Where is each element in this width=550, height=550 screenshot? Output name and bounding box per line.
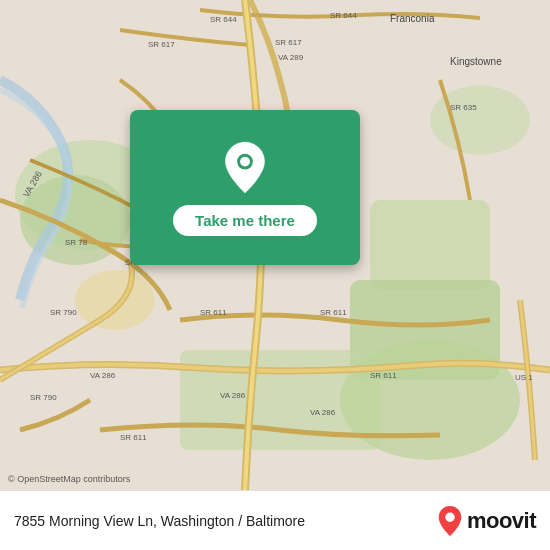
svg-text:SR 790: SR 790	[30, 393, 57, 402]
svg-text:SR 611: SR 611	[200, 308, 227, 317]
moovit-brand-text: moovit	[467, 508, 536, 534]
svg-text:SR 790: SR 790	[50, 308, 77, 317]
moovit-logo: moovit	[437, 505, 536, 537]
svg-point-6	[340, 340, 520, 460]
take-me-there-button[interactable]: Take me there	[173, 205, 317, 236]
svg-text:SR 617: SR 617	[148, 40, 175, 49]
svg-point-8	[75, 270, 155, 330]
bottom-bar: 7855 Morning View Ln, Washington / Balti…	[0, 490, 550, 550]
map-container: VA 286 SR 78 SR 78 SR 790 SR 790 SR 611 …	[0, 0, 550, 490]
map-pin-icon	[223, 140, 267, 195]
address-label: 7855 Morning View Ln, Washington / Balti…	[14, 513, 437, 529]
svg-rect-3	[370, 200, 490, 290]
moovit-pin-icon	[437, 505, 463, 537]
svg-text:VA 286: VA 286	[220, 391, 246, 400]
overlay-card: Take me there	[130, 110, 360, 265]
svg-text:SR 644: SR 644	[330, 11, 357, 20]
svg-text:US 1: US 1	[515, 373, 533, 382]
svg-text:VA 289: VA 289	[278, 53, 304, 62]
svg-text:SR 78: SR 78	[65, 238, 88, 247]
svg-text:SR 635: SR 635	[450, 103, 477, 112]
svg-text:Franconia: Franconia	[390, 13, 435, 24]
svg-text:VA 286: VA 286	[90, 371, 116, 380]
svg-point-33	[445, 512, 454, 521]
svg-text:SR 611: SR 611	[120, 433, 147, 442]
svg-text:VA 286: VA 286	[310, 408, 336, 417]
svg-text:SR 644: SR 644	[210, 15, 237, 24]
svg-text:Kingstowne: Kingstowne	[450, 56, 502, 67]
svg-text:SR 611: SR 611	[320, 308, 347, 317]
svg-text:SR 611: SR 611	[370, 371, 397, 380]
svg-text:SR 617: SR 617	[275, 38, 302, 47]
svg-point-32	[240, 156, 250, 166]
svg-text:© OpenStreetMap contributors: © OpenStreetMap contributors	[8, 474, 131, 484]
